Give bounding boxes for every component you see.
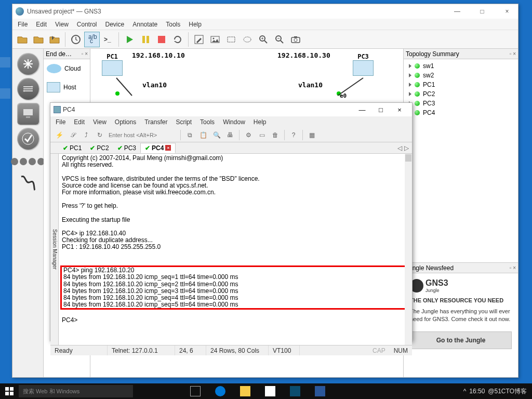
menu-script[interactable]: Script [176,118,192,126]
topo-node[interactable]: PC2 [409,89,513,99]
topo-node[interactable]: PC4 [409,108,513,117]
screenshot-icon[interactable] [288,32,303,47]
link-tool-icon[interactable] [19,172,37,193]
pause-icon[interactable] [138,32,153,47]
expand-icon[interactable] [409,92,411,96]
open3-icon[interactable] [47,32,62,47]
expand-icon[interactable] [409,73,411,77]
minimize-button[interactable]: — [353,104,371,115]
menu-edit[interactable]: Edit [36,21,47,28]
settings-icon[interactable]: ⚙ [244,130,253,140]
clock[interactable]: 16:50 [469,388,485,395]
node-pc1[interactable]: PC1 [102,53,123,76]
all-category-icon[interactable] [20,158,27,165]
menu-device[interactable]: Device [105,21,125,28]
switch-category-icon[interactable] [17,78,39,100]
enddevice-category-icon[interactable] [17,103,39,125]
reload-icon[interactable] [170,32,185,47]
open2-icon[interactable] [31,32,46,47]
topo-node[interactable]: sw1 [409,61,513,71]
menu-window[interactable]: Window [223,118,245,126]
disconnect-icon[interactable]: ⤴ [82,130,91,140]
panel-undock-icon[interactable]: ▫ × [510,51,516,57]
scrollbar[interactable] [405,154,412,345]
topo-node[interactable]: PC3 [409,99,513,108]
menu-annotate[interactable]: Annotate [132,21,157,28]
image-icon[interactable] [207,32,223,47]
all-category-icon[interactable] [29,158,36,165]
security-category-icon[interactable] [17,128,39,150]
open-icon[interactable] [15,32,30,47]
tab-pc1[interactable]: ✔PC1 [59,143,86,153]
maximize-button[interactable]: □ [474,8,490,15]
snapshot-icon[interactable] [68,32,84,47]
stop-icon[interactable] [154,32,169,47]
topo-node[interactable]: sw2 [409,71,513,80]
menu-options[interactable]: Options [115,118,136,126]
panel-undock-icon[interactable]: ▫ × [510,265,516,271]
router-category-icon[interactable] [17,53,39,75]
note-icon[interactable] [191,32,207,47]
terminal-output[interactable]: Copyright (c) 2007-2014, Paul Meng (mirn… [59,154,412,345]
reconnect2-icon[interactable]: ↻ [95,130,104,140]
store-icon[interactable] [265,386,275,396]
search-input[interactable]: 搜索 Web 和 Windows [19,385,133,397]
menu-tools[interactable]: Tools [166,21,180,28]
all-category-icon[interactable] [11,158,18,165]
menu-file[interactable]: File [56,118,65,126]
topo-node[interactable]: PC1 [409,80,513,89]
tab-pc2[interactable]: ✔PC2 [86,143,113,153]
maximize-button[interactable]: □ [371,104,390,115]
abc-icon[interactable]: a/bc [84,32,100,47]
menu-view[interactable]: View [93,118,107,126]
expand-icon[interactable] [409,64,411,68]
copy-icon[interactable]: ⧉ [185,130,194,140]
session-icon[interactable]: ▭ [257,130,267,140]
grid-icon[interactable]: ▦ [307,130,316,140]
paste-icon[interactable]: 📋 [198,130,208,140]
reconnect-icon[interactable]: ⚡ [55,130,64,140]
menu-help[interactable]: Help [189,21,202,28]
zoomout-icon[interactable] [272,32,287,47]
go-to-jungle-button[interactable]: Go to the Jungle [410,331,512,349]
edge-icon[interactable] [215,386,225,396]
tab-pc4[interactable]: ✔PC4× [140,143,176,153]
menu-view[interactable]: View [55,21,69,28]
menu-file[interactable]: File [18,21,28,28]
menu-control[interactable]: Control [77,21,97,28]
tab-pc3[interactable]: ✔PC3 [113,143,140,153]
close-button[interactable]: × [390,104,409,115]
panel-undock-icon[interactable]: ▫ × [82,51,88,57]
session-manager-label[interactable]: Session Manager [50,154,59,345]
device-host[interactable]: Host [44,78,90,97]
explorer-icon[interactable] [240,386,250,396]
ellipse-icon[interactable] [240,32,255,47]
tab-scroll-right[interactable]: ▷ [404,144,409,152]
scroll-thumb[interactable] [405,154,411,162]
rect-icon[interactable] [223,32,239,47]
console-icon[interactable]: >_ [100,32,116,47]
start-button[interactable] [0,383,19,399]
log-icon[interactable]: 🗑 [271,130,280,140]
node-pc3[interactable]: PC3 [353,53,374,76]
app-icon[interactable] [290,386,300,396]
menu-tools[interactable]: Tools [200,118,215,126]
close-button[interactable]: × [499,8,515,15]
menu-edit[interactable]: Edit [74,118,85,126]
expand-icon[interactable] [409,83,411,87]
play-icon[interactable] [122,32,137,47]
zoomin-icon[interactable] [256,32,271,47]
print-icon[interactable]: 🖶 [225,130,235,140]
taskview-icon[interactable] [190,386,201,396]
help-icon[interactable]: ? [289,130,298,140]
app-icon[interactable] [315,386,325,396]
device-cloud[interactable]: Cloud [44,59,90,78]
menu-help[interactable]: Help [254,118,267,126]
host-input[interactable] [109,132,176,138]
find-icon[interactable]: 🔍 [212,130,221,140]
tab-scroll-left[interactable]: ◁ [397,144,402,152]
tray-up-icon[interactable]: ^ [463,388,467,395]
quickconnect-icon[interactable]: 𝒮 [68,130,77,140]
menu-transfer[interactable]: Transfer [144,118,167,126]
tab-close-icon[interactable]: × [165,145,171,151]
